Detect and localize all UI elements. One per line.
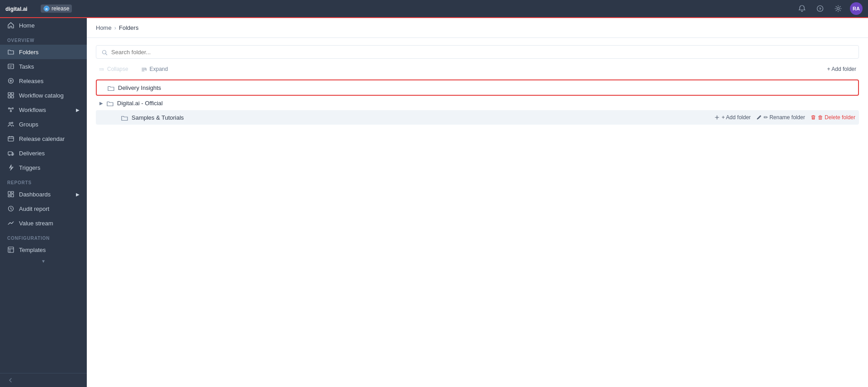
- add-folder-button[interactable]: + Add folder: [825, 64, 859, 74]
- svg-rect-18: [8, 152, 12, 155]
- sidebar-item-workflows-label: Workflows: [19, 107, 46, 113]
- folder-name-delivery-insights: Delivery Insights: [118, 84, 854, 91]
- folder-row-samples-tutorials[interactable]: Samples & Tutorials + Add folder ✏ Renam…: [96, 110, 859, 125]
- sidebar-item-value-stream-label: Value stream: [19, 220, 53, 227]
- brand-logo: digital.ai: [5, 5, 37, 12]
- svg-text:digital.ai: digital.ai: [5, 6, 28, 12]
- sidebar-item-workflows[interactable]: Workflows ▶: [0, 103, 87, 117]
- expand-icon: [141, 66, 147, 72]
- folder-list: Delivery Insights ▶ Digital.ai - Officia…: [96, 79, 859, 125]
- releases-icon: [7, 77, 14, 84]
- expand-button[interactable]: Expand: [138, 64, 171, 74]
- sidebar-item-triggers-label: Triggers: [19, 164, 40, 171]
- sidebar-item-workflow-catalog-label: Workflow catalog: [19, 92, 64, 99]
- workflows-arrow: ▶: [76, 107, 80, 112]
- sidebar-item-release-calendar[interactable]: Release calendar: [0, 131, 87, 146]
- templates-icon: [7, 246, 14, 253]
- workflows-icon: [7, 106, 14, 113]
- add-folder-label: + Add folder: [827, 66, 856, 72]
- folder-row-digital-ai-official[interactable]: ▶ Digital.ai - Official: [96, 96, 859, 110]
- sidebar-section-overview: OVERVIEW: [0, 33, 87, 45]
- svg-rect-10: [8, 96, 10, 98]
- sidebar-item-deliveries[interactable]: Deliveries: [0, 146, 87, 160]
- sidebar-collapse-button[interactable]: [0, 373, 87, 387]
- sidebar-item-tasks-label: Tasks: [19, 63, 34, 70]
- navbar: digital.ai R release ? RA: [0, 0, 868, 18]
- svg-rect-6: [8, 64, 14, 69]
- audit-icon: [7, 205, 14, 212]
- triggers-icon: [7, 164, 14, 171]
- sidebar-item-releases[interactable]: Releases: [0, 74, 87, 88]
- sidebar-item-groups[interactable]: Groups: [0, 117, 87, 131]
- sidebar-section-configuration: CONFIGURATION: [0, 230, 87, 242]
- sidebar-item-folders[interactable]: Folders: [0, 45, 87, 59]
- deliveries-icon: [7, 149, 14, 157]
- folder-row-delivery-insights[interactable]: Delivery Insights: [96, 79, 859, 96]
- sidebar-item-value-stream[interactable]: Value stream: [0, 216, 87, 230]
- sidebar-item-dashboards[interactable]: Dashboards ▶: [0, 187, 87, 201]
- navbar-icons: ? RA: [796, 2, 863, 15]
- groups-icon: [7, 121, 14, 128]
- delete-folder-button[interactable]: 🗑 Delete folder: [811, 114, 855, 121]
- release-icon: R: [43, 5, 50, 12]
- rename-folder-button[interactable]: ✏ Rename folder: [756, 114, 805, 121]
- svg-point-15: [9, 122, 11, 124]
- calendar-icon: [7, 135, 14, 142]
- svg-point-14: [10, 111, 12, 112]
- folder-name-digital-ai-official: Digital.ai - Official: [117, 100, 855, 107]
- release-badge: R release: [41, 5, 72, 13]
- sidebar-item-templates[interactable]: Templates: [0, 242, 87, 257]
- notifications-icon[interactable]: [796, 2, 808, 15]
- help-icon[interactable]: ?: [814, 2, 826, 15]
- breadcrumb-current: Folders: [119, 24, 138, 31]
- sidebar-item-dashboards-label: Dashboards: [19, 191, 51, 198]
- svg-rect-22: [11, 191, 14, 193]
- sidebar-item-home[interactable]: Home: [0, 18, 87, 33]
- folder-icon-digital-ai-official: [107, 99, 113, 107]
- collapse-icon: [99, 66, 104, 72]
- sidebar-item-groups-label: Groups: [19, 121, 38, 128]
- user-avatar[interactable]: RA: [850, 2, 863, 15]
- sidebar-item-audit-report[interactable]: Audit report: [0, 201, 87, 216]
- search-input[interactable]: [111, 49, 853, 56]
- breadcrumb-separator: ›: [114, 24, 116, 31]
- expand-label: Expand: [150, 66, 168, 72]
- sidebar-item-triggers[interactable]: Triggers: [0, 160, 87, 175]
- collapse-button[interactable]: Collapse: [96, 64, 131, 74]
- sidebar-item-home-label: Home: [19, 22, 35, 29]
- svg-text:?: ?: [819, 7, 821, 11]
- sidebar: Home OVERVIEW Folders Tasks Releases: [0, 18, 87, 387]
- settings-icon[interactable]: [832, 2, 844, 15]
- folder-row-actions: + Add folder ✏ Rename folder 🗑 Delete fo…: [714, 114, 855, 121]
- rename-folder-label: ✏ Rename folder: [764, 114, 805, 121]
- svg-point-16: [12, 122, 13, 124]
- rename-icon: [756, 115, 762, 120]
- sidebar-item-folders-label: Folders: [19, 49, 38, 56]
- folder-icon-samples-tutorials: [121, 114, 128, 121]
- svg-rect-26: [8, 247, 14, 252]
- sidebar-item-audit-report-label: Audit report: [19, 205, 49, 212]
- svg-point-5: [837, 8, 840, 10]
- svg-rect-17: [8, 137, 14, 141]
- sub-add-folder-label: + Add folder: [722, 114, 750, 121]
- folder-name-samples-tutorials: Samples & Tutorials: [132, 114, 714, 121]
- sidebar-item-deliveries-label: Deliveries: [19, 150, 45, 157]
- sidebar-item-workflow-catalog[interactable]: Workflow catalog: [0, 88, 87, 103]
- svg-point-13: [12, 108, 14, 109]
- breadcrumb: Home › Folders: [87, 18, 868, 38]
- sub-add-icon: [714, 115, 720, 120]
- collapse-label: Collapse: [107, 66, 128, 72]
- release-label: release: [52, 5, 69, 12]
- sub-add-folder-button[interactable]: + Add folder: [714, 114, 750, 121]
- folder-toolbar: Collapse Expand + Add folder: [96, 64, 859, 74]
- home-icon: [7, 22, 14, 29]
- sidebar-item-releases-label: Releases: [19, 78, 43, 84]
- folder-expand-arrow-digital-ai[interactable]: ▶: [99, 101, 107, 106]
- dashboards-arrow: ▶: [76, 192, 80, 197]
- sidebar-item-templates-label: Templates: [19, 247, 46, 253]
- folders-icon: [7, 48, 14, 56]
- svg-rect-24: [8, 196, 10, 197]
- svg-text:R: R: [45, 8, 47, 11]
- breadcrumb-home[interactable]: Home: [96, 24, 112, 31]
- sidebar-item-tasks[interactable]: Tasks: [0, 59, 87, 74]
